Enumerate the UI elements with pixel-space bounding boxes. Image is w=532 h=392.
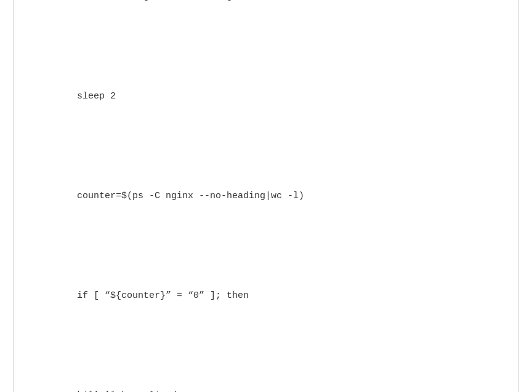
line-blank-7 (33, 337, 499, 354)
code-container: #!/bin/bash counter=$(ps -C nginx --no-h… (14, 0, 518, 392)
line-blank-6 (33, 238, 499, 254)
line-11: counter=$(ps -C nginx --no-heading|wc -l… (33, 188, 499, 204)
line-7: /usr/local/nginx-1.6/sbin/nginx (33, 0, 499, 5)
line-blank-4 (33, 38, 499, 55)
code-block: #!/bin/bash counter=$(ps -C nginx --no-h… (33, 0, 499, 392)
line-9: sleep 2 (33, 88, 499, 105)
line-15: killall keepalived (33, 387, 499, 392)
line-blank-5 (33, 138, 499, 154)
line-13: if [ “${counter}” = “0” ]; then (33, 287, 499, 304)
